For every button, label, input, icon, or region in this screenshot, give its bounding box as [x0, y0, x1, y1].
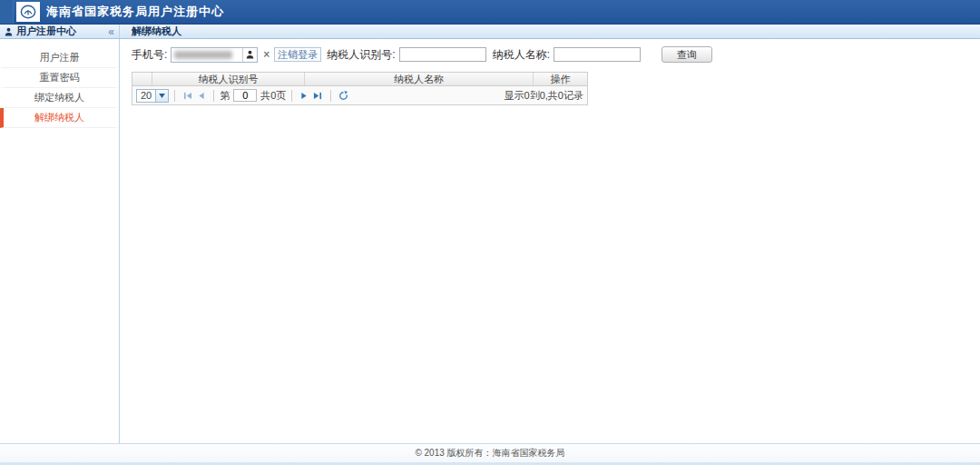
taxpayer-name-label: 纳税人名称: — [493, 47, 550, 63]
sidebar-item-bind-taxpayer[interactable]: 绑定纳税人 — [0, 88, 119, 108]
main-area: 用户注册 重置密码 绑定纳税人 解绑纳税人 手机号: — [0, 39, 980, 443]
column-header-operation: 操作 — [534, 73, 587, 85]
page-size-select[interactable]: 20 — [136, 89, 169, 103]
pager-divider — [174, 90, 175, 102]
sub-header-bar: 用户注册中心 « 解绑纳税人 — [0, 24, 980, 39]
tab-label: 解绑纳税人 — [132, 25, 181, 38]
menu-item-label: 绑定纳税人 — [34, 92, 84, 103]
content-panel: 手机号: × 注销登录 纳税人识别号: 纳税人名 — [120, 39, 980, 443]
phone-masked-value — [172, 48, 242, 62]
taxpayer-id-input[interactable] — [399, 47, 486, 62]
column-header-taxpayer-name: 纳税人名称 — [305, 73, 534, 85]
refresh-icon[interactable] — [338, 91, 348, 101]
page-size-value: 20 — [137, 90, 155, 102]
phone-field[interactable] — [171, 47, 258, 63]
tax-bureau-logo — [16, 2, 40, 22]
pager-divider — [213, 90, 214, 102]
sidebar-menu: 用户注册 重置密码 绑定纳税人 解绑纳税人 — [0, 39, 120, 443]
page-number-input[interactable] — [233, 89, 257, 102]
tab-unbind-taxpayer[interactable]: 解绑纳税人 — [120, 25, 980, 38]
user-icon — [5, 27, 13, 36]
redacted-phone-number — [174, 51, 232, 59]
last-page-icon[interactable] — [313, 92, 322, 100]
page-title: 海南省国家税务局用户注册中心 — [46, 4, 224, 20]
sidebar-header: 用户注册中心 « — [0, 25, 120, 38]
record-count-summary: 显示0到0,共0记录 — [505, 89, 583, 103]
query-button[interactable]: 查询 — [662, 46, 712, 63]
page-number-group: 第 共0页 — [220, 89, 286, 103]
next-page-icon[interactable] — [300, 92, 308, 100]
copyright-text: © 2013 版权所有：海南省国家税务局 — [415, 447, 564, 460]
column-header-taxpayer-id: 纳税人识别号 — [152, 73, 305, 85]
menu-item-label: 重置密码 — [40, 72, 80, 83]
collapse-sidebar-icon[interactable]: « — [108, 27, 114, 36]
first-page-icon[interactable] — [183, 92, 192, 100]
taxpayer-table: 纳税人识别号 纳税人名称 操作 20 — [132, 72, 588, 105]
app-header: 海南省国家税务局用户注册中心 — [0, 0, 980, 24]
page-prefix-label: 第 — [220, 89, 230, 103]
pagination-bar: 20 — [132, 86, 587, 104]
search-form: 手机号: × 注销登录 纳税人识别号: 纳税人名 — [132, 45, 980, 64]
total-pages-label: 共0页 — [260, 89, 286, 103]
tax-emblem-icon — [20, 5, 36, 19]
menu-item-label: 解绑纳税人 — [34, 112, 84, 123]
sidebar-item-reset-password[interactable]: 重置密码 — [0, 68, 119, 88]
taxpayer-id-label: 纳税人识别号: — [327, 47, 395, 63]
sidebar-title: 用户注册中心 — [16, 25, 108, 38]
sidebar-item-unbind-taxpayer[interactable]: 解绑纳税人 — [0, 108, 119, 128]
phone-label: 手机号: — [132, 47, 167, 63]
user-lookup-icon[interactable] — [242, 48, 257, 62]
clear-phone-icon[interactable]: × — [263, 49, 270, 60]
pager-divider — [291, 90, 292, 102]
column-header-empty — [132, 73, 152, 85]
app-window: 海南省国家税务局用户注册中心 用户注册中心 « 解绑纳税人 用户注册 重置密码 — [0, 0, 980, 465]
taxpayer-name-input[interactable] — [554, 47, 641, 62]
logout-button[interactable]: 注销登录 — [274, 47, 321, 62]
sidebar-item-user-register[interactable]: 用户注册 — [0, 48, 119, 68]
header-edge-decoration — [0, 0, 14, 24]
table-header-row: 纳税人识别号 纳税人名称 操作 — [132, 73, 587, 86]
page-footer: © 2013 版权所有：海南省国家税务局 — [0, 443, 980, 465]
menu-item-label: 用户注册 — [40, 52, 80, 63]
pager-divider — [330, 90, 331, 102]
prev-page-icon[interactable] — [198, 92, 205, 100]
chevron-down-icon — [155, 90, 168, 102]
